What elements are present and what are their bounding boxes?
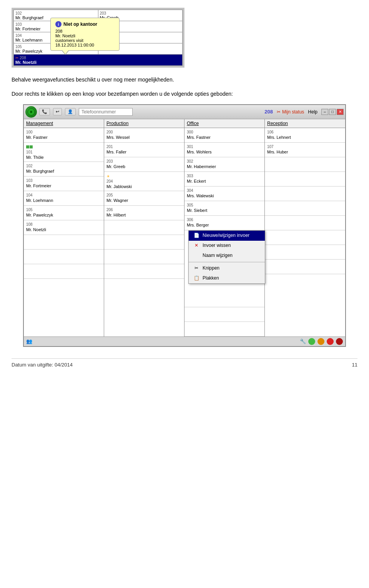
status-icon: ✂ bbox=[277, 109, 281, 115]
blf-cell[interactable]: 104Mr. Loehmann bbox=[24, 191, 104, 206]
blf-cell[interactable]: 203Mr. Greeb bbox=[104, 157, 184, 172]
blf-cell-empty[interactable] bbox=[265, 187, 345, 201]
extension-number: 208 bbox=[264, 109, 273, 115]
blf-cell[interactable]: 101Mr. Thöle bbox=[24, 143, 104, 162]
context-menu-cell: 📄 Nieuwe/wijzigen invoer ✕ Invoer wissen… bbox=[184, 230, 264, 307]
blf-cell[interactable]: 300Mrs. Fastner bbox=[184, 128, 264, 143]
sun-icon: ☀ bbox=[106, 174, 110, 179]
tooltip-title: i Niet op kantoor bbox=[55, 21, 115, 27]
blf-cell-empty[interactable] bbox=[104, 235, 184, 250]
close-btn[interactable]: ✕ bbox=[337, 109, 344, 115]
mijn-status-label: Mijn status bbox=[282, 109, 304, 115]
blf-cell[interactable]: 302Mr. Habermeier bbox=[184, 157, 264, 172]
maximize-btn[interactable]: □ bbox=[329, 109, 336, 115]
help-btn[interactable]: Help bbox=[308, 109, 317, 115]
blf-cell-empty[interactable] bbox=[184, 322, 264, 336]
app-window: 📞 ↩ 👤 208 ✂ Mijn status Help – □ ✕ bbox=[23, 104, 346, 347]
tools-icon: 🔧 bbox=[300, 338, 306, 344]
green-square-1 bbox=[26, 145, 29, 148]
document-icon: 📄 bbox=[193, 233, 199, 239]
circle-dark-red-btn[interactable] bbox=[336, 338, 343, 345]
blf-cell[interactable]: 108Mr. Noetzli bbox=[24, 220, 104, 235]
blf-cell[interactable]: 301Mrs. Wohlers bbox=[184, 143, 264, 157]
blf-cell[interactable]: 102Mr. Burghgraef bbox=[24, 162, 104, 177]
col-header-management: Management bbox=[24, 119, 104, 128]
blf-cell[interactable]: 103Mr. Fortmeier bbox=[24, 177, 104, 191]
circle-red-btn[interactable] bbox=[327, 338, 334, 345]
footer-date: Datum van uitgifte: 04/2014 bbox=[12, 362, 73, 368]
tooltip-bubble: i Niet op kantoor 208 Mr. Noetzli custom… bbox=[50, 18, 120, 51]
mijn-status-btn[interactable]: ✂ Mijn status bbox=[277, 109, 304, 115]
statusbar: 👥 🔧 bbox=[24, 336, 345, 346]
blf-cell[interactable]: 303Mr. Eckert bbox=[184, 172, 264, 187]
col-header-production: Production bbox=[104, 119, 184, 128]
contacts-btn[interactable]: 👤 bbox=[65, 108, 76, 115]
tooltip-date: 18.12.2013 11:00:00 bbox=[55, 43, 115, 47]
menu-separator bbox=[189, 262, 265, 262]
phone-number-input[interactable] bbox=[79, 108, 133, 116]
blf-cell-empty[interactable] bbox=[24, 235, 104, 250]
title-bar-right: 208 ✂ Mijn status Help – □ ✕ bbox=[264, 109, 344, 115]
blf-cell[interactable]: 107Mrs. Huber bbox=[265, 143, 345, 157]
x-icon: ✕ bbox=[193, 243, 199, 249]
column-headers: Management Production Office Reception bbox=[24, 119, 345, 128]
blf-cell-empty[interactable] bbox=[184, 307, 264, 322]
menu-item-label: Nieuwe/wijzigen invoer bbox=[203, 233, 249, 239]
blf-cell-empty[interactable] bbox=[265, 172, 345, 187]
page-footer: Datum van uitgifte: 04/2014 11 bbox=[12, 358, 357, 368]
blf-cell[interactable]: 304Mrs. Walewski bbox=[184, 187, 264, 201]
blf-cell-empty[interactable] bbox=[24, 264, 104, 279]
page-wrapper: 102 Mr. Burghgraef 203 Mr. Greeb 103 Mr.… bbox=[0, 0, 369, 375]
blf-cell[interactable]: 305Mr. Siebert bbox=[184, 201, 264, 216]
blf-cell[interactable]: 200Mrs. Wessel bbox=[104, 128, 184, 143]
circle-orange-btn[interactable] bbox=[317, 338, 324, 345]
blf-cell-empty[interactable] bbox=[104, 220, 184, 235]
blf-cell-empty[interactable] bbox=[265, 245, 345, 260]
blf-cell-empty[interactable] bbox=[24, 250, 104, 264]
blf-cell-empty[interactable] bbox=[265, 216, 345, 230]
context-menu-popup: 📄 Nieuwe/wijzigen invoer ✕ Invoer wissen… bbox=[188, 230, 265, 284]
transfer-btn[interactable]: ↩ bbox=[53, 108, 62, 115]
menu-item-wissen[interactable]: ✕ Invoer wissen bbox=[189, 241, 265, 251]
minimize-btn[interactable]: – bbox=[321, 109, 328, 115]
office-column: 300Mrs. Fastner 301Mrs. Wohlers 302Mr. H… bbox=[184, 128, 265, 336]
blf-cell-empty[interactable] bbox=[265, 260, 345, 274]
description-2: Door rechts te klikken op een knop voor … bbox=[12, 90, 357, 98]
title-bar: 📞 ↩ 👤 208 ✂ Mijn status Help – □ ✕ bbox=[24, 105, 345, 119]
production-column: 200Mrs. Wessel 201Mrs. Faller 203Mr. Gre… bbox=[104, 128, 184, 336]
blf-cell[interactable]: 206Mr. Hilbert bbox=[104, 206, 184, 220]
blf-cell[interactable]: 306Mrs. Berger bbox=[184, 216, 264, 230]
tooltip-ext: 208 bbox=[55, 29, 115, 33]
blf-cell-empty[interactable] bbox=[265, 201, 345, 216]
menu-item-label: Naam wijzigen bbox=[203, 253, 233, 259]
blf-cell[interactable]: 100Mr. Fastner bbox=[24, 128, 104, 143]
menu-item-naam[interactable]: Naam wijzigen bbox=[189, 251, 265, 261]
menu-item-label: Plakken bbox=[203, 275, 219, 282]
circle-green-btn[interactable] bbox=[308, 338, 315, 345]
statusbar-icon: 👥 bbox=[26, 338, 32, 344]
scissors-icon: ✂ bbox=[193, 265, 199, 272]
green-square-2 bbox=[30, 145, 33, 148]
toolbar-area: 📞 ↩ 👤 bbox=[39, 108, 262, 116]
blf-cell[interactable]: 205Mr. Wagner bbox=[104, 191, 184, 206]
menu-item-nieuwe[interactable]: 📄 Nieuwe/wijzigen invoer bbox=[189, 231, 265, 241]
description-1: Behalve weergavefuncties beschikt u over… bbox=[12, 75, 357, 84]
blf-cell[interactable]: 106Mrs. Lehnert bbox=[265, 128, 345, 143]
blf-cell-empty[interactable] bbox=[104, 250, 184, 264]
context-menu: 📄 Nieuwe/wijzigen invoer ✕ Invoer wissen… bbox=[188, 230, 265, 284]
svg-point-1 bbox=[30, 111, 32, 113]
tooltip-detail: customers visit bbox=[55, 38, 115, 43]
col-header-reception: Reception bbox=[265, 119, 345, 128]
blf-cell[interactable]: 105Mr. Pawelczyk bbox=[24, 206, 104, 220]
reception-column: 106Mrs. Lehnert 107Mrs. Huber bbox=[265, 128, 345, 336]
menu-item-knippen[interactable]: ✂ Knippen bbox=[189, 263, 265, 273]
phone-icon-btn[interactable]: 📞 bbox=[39, 108, 50, 115]
blf-cell[interactable]: 201Mrs. Faller bbox=[104, 143, 184, 157]
blf-cell-empty[interactable] bbox=[265, 157, 345, 172]
blf-cell-empty[interactable] bbox=[104, 264, 184, 279]
blf-cell[interactable]: ☀ 204Mr. Jablowski bbox=[104, 172, 184, 192]
statusbar-right: 🔧 bbox=[300, 338, 343, 345]
blf-cell-empty[interactable] bbox=[265, 230, 345, 245]
menu-item-plakken[interactable]: 📋 Plakken bbox=[189, 273, 265, 283]
menu-item-label: Invoer wissen bbox=[203, 243, 231, 249]
